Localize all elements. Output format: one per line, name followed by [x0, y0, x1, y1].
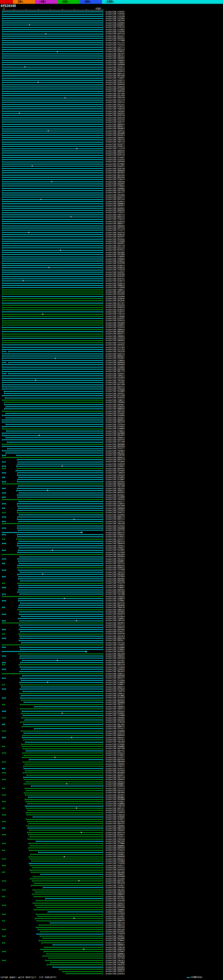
hit-bar-segment[interactable]: [2, 95, 103, 97]
hit-bar-segment[interactable]: [2, 454, 6, 456]
hit-bar-segment[interactable]: [29, 856, 103, 858]
hit-bar-segment[interactable]: [18, 530, 103, 531]
hit-bar-segment[interactable]: [2, 549, 6, 551]
hit-bar-segment[interactable]: [26, 825, 103, 827]
hit-bar-segment[interactable]: [2, 477, 5, 478]
hit-bar-segment[interactable]: [20, 602, 103, 604]
hit-bar-segment[interactable]: [43, 938, 103, 939]
hit-bar-segment[interactable]: [2, 51, 103, 52]
hit-bar-segment[interactable]: [22, 746, 103, 748]
hit-bar-segment[interactable]: [34, 882, 103, 884]
hit-bar-segment[interactable]: [18, 521, 103, 522]
hit-bar-segment[interactable]: [47, 953, 103, 955]
hit-bar-segment[interactable]: [2, 249, 103, 251]
hit-bar-segment[interactable]: [2, 278, 103, 280]
hit-bar-segment[interactable]: [2, 174, 103, 176]
hit-bar-segment[interactable]: [18, 558, 103, 560]
hit-bar-segment[interactable]: [22, 710, 103, 712]
hit-bar-segment[interactable]: [2, 366, 103, 368]
hit-bar-segment[interactable]: [2, 203, 103, 205]
hit-bar-segment[interactable]: [2, 267, 103, 269]
hit-bar-segment[interactable]: [18, 653, 103, 655]
hit-bar-segment[interactable]: [2, 322, 103, 324]
hit-bar-segment[interactable]: [2, 646, 6, 648]
hit-bar-segment[interactable]: [18, 472, 103, 474]
hit-bar-segment[interactable]: [21, 700, 103, 701]
hit-bar-segment[interactable]: [4, 401, 103, 403]
hit-bar-segment[interactable]: [2, 651, 87, 652]
hit-bar-segment[interactable]: [34, 706, 103, 708]
hit-bar-segment[interactable]: [2, 49, 103, 51]
hit-bar-segment[interactable]: [35, 891, 103, 893]
hit-bar-segment[interactable]: [2, 29, 103, 30]
hit-bar-segment[interactable]: [2, 77, 103, 79]
hit-bar-segment[interactable]: [6, 413, 103, 414]
hit-bar-segment[interactable]: [2, 880, 6, 882]
hit-bar-segment[interactable]: [2, 349, 103, 350]
hit-bar-segment[interactable]: [32, 893, 103, 895]
hit-bar-segment[interactable]: [19, 646, 103, 648]
hit-bar-segment[interactable]: [19, 628, 103, 630]
hit-bar-segment[interactable]: [2, 258, 103, 260]
hit-bar-segment[interactable]: [2, 148, 103, 150]
hit-bar-segment[interactable]: [19, 657, 103, 659]
hit-bar-segment[interactable]: [2, 871, 5, 873]
hit-bar-segment[interactable]: [18, 607, 103, 608]
hit-bar-segment[interactable]: [2, 445, 103, 447]
hit-bar-segment[interactable]: [2, 238, 103, 240]
hit-bar-segment[interactable]: [2, 229, 103, 231]
hit-bar-segment[interactable]: [2, 115, 103, 116]
hit-bar-segment[interactable]: [2, 170, 103, 172]
hit-bar-segment[interactable]: [2, 752, 6, 754]
hit-bar-segment[interactable]: [21, 743, 103, 745]
hit-bar-segment[interactable]: [2, 664, 5, 666]
hit-bar-segment[interactable]: [18, 507, 103, 509]
hit-bar-segment[interactable]: [27, 832, 103, 833]
hit-bar-segment[interactable]: [18, 501, 103, 502]
hit-bar-segment[interactable]: [18, 536, 103, 538]
hit-bar-segment[interactable]: [45, 898, 103, 900]
hit-bar-segment[interactable]: [29, 823, 103, 825]
hit-bar-segment[interactable]: [26, 807, 103, 809]
hit-bar-segment[interactable]: [20, 655, 103, 657]
hit-bar-segment[interactable]: [2, 200, 103, 202]
hit-bar-segment[interactable]: [19, 492, 103, 494]
hit-bar-segment[interactable]: [2, 353, 103, 355]
hit-bar-segment[interactable]: [26, 781, 103, 783]
hit-bar-segment[interactable]: [38, 929, 103, 930]
hit-bar-segment[interactable]: [2, 428, 103, 430]
hit-bar-segment[interactable]: [18, 505, 103, 507]
hit-bar-segment[interactable]: [2, 152, 103, 154]
hit-bar-segment[interactable]: [2, 92, 103, 94]
hit-bar-segment[interactable]: [2, 357, 103, 359]
hit-bar-segment[interactable]: [17, 459, 103, 461]
hit-bar-segment[interactable]: [2, 205, 103, 207]
hit-bar-segment[interactable]: [2, 88, 103, 90]
hit-bar-segment[interactable]: [2, 364, 103, 366]
hit-bar-segment[interactable]: [2, 481, 6, 482]
hit-bar-segment[interactable]: [2, 531, 83, 533]
hit-bar-segment[interactable]: [2, 542, 6, 544]
hit-bar-segment[interactable]: [25, 799, 103, 800]
hit-bar-segment[interactable]: [44, 946, 103, 948]
hit-bar-segment[interactable]: [2, 185, 103, 187]
hit-bar-segment[interactable]: [18, 496, 103, 498]
hit-bar-segment[interactable]: [27, 803, 103, 805]
hit-bar-segment[interactable]: [22, 735, 103, 736]
hit-bar-segment[interactable]: [2, 834, 6, 836]
hit-bar-segment[interactable]: [2, 697, 6, 699]
hit-bar-segment[interactable]: [47, 964, 103, 966]
hit-bar-segment[interactable]: [2, 59, 103, 61]
hit-bar-segment[interactable]: [53, 966, 103, 968]
hit-bar-segment[interactable]: [2, 461, 6, 463]
hit-bar-segment[interactable]: [2, 333, 103, 335]
hit-bar-segment[interactable]: [6, 406, 103, 408]
hit-bar-segment[interactable]: [2, 422, 103, 423]
hit-bar-segment[interactable]: [2, 325, 103, 326]
hit-bar-segment[interactable]: [2, 264, 103, 266]
hit-bar-segment[interactable]: [2, 472, 6, 474]
hit-bar-segment[interactable]: [2, 746, 5, 748]
hit-bar-segment[interactable]: [2, 807, 5, 809]
hit-bar-segment[interactable]: [2, 121, 103, 123]
hit-bar-segment[interactable]: [17, 512, 103, 514]
